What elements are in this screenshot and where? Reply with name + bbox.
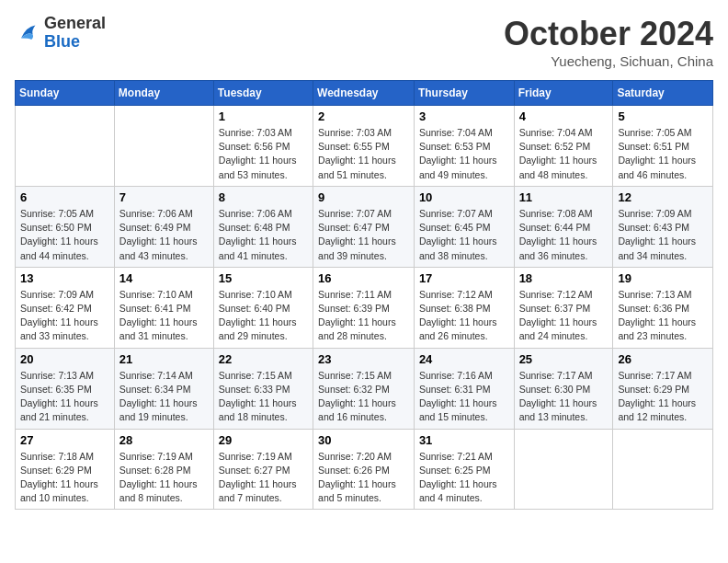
day-info: Sunrise: 7:11 AMSunset: 6:39 PMDaylight:…: [318, 288, 409, 344]
day-number: 18: [519, 271, 609, 285]
weekday-header: Sunday: [16, 81, 115, 106]
calendar-cell: [16, 106, 115, 187]
logo-blue-text: Blue: [44, 32, 80, 51]
day-number: 10: [419, 190, 509, 204]
calendar-cell: 7Sunrise: 7:06 AMSunset: 6:49 PMDaylight…: [114, 186, 213, 267]
day-info: Sunrise: 7:12 AMSunset: 6:37 PMDaylight:…: [519, 288, 609, 344]
day-info: Sunrise: 7:15 AMSunset: 6:33 PMDaylight:…: [219, 369, 308, 425]
calendar-cell: 8Sunrise: 7:06 AMSunset: 6:48 PMDaylight…: [213, 186, 313, 267]
day-number: 31: [419, 433, 509, 447]
weekday-header: Wednesday: [313, 81, 415, 106]
calendar-cell: 3Sunrise: 7:04 AMSunset: 6:53 PMDaylight…: [414, 106, 514, 187]
day-number: 27: [20, 433, 109, 447]
day-info: Sunrise: 7:19 AMSunset: 6:28 PMDaylight:…: [119, 450, 209, 506]
calendar-cell: 1Sunrise: 7:03 AMSunset: 6:56 PMDaylight…: [213, 106, 313, 187]
logo: General Blue: [15, 15, 106, 52]
calendar-cell: 11Sunrise: 7:08 AMSunset: 6:44 PMDayligh…: [514, 186, 613, 267]
calendar-cell: 12Sunrise: 7:09 AMSunset: 6:43 PMDayligh…: [613, 186, 713, 267]
day-info: Sunrise: 7:15 AMSunset: 6:32 PMDaylight:…: [318, 369, 409, 425]
calendar-week-row: 27Sunrise: 7:18 AMSunset: 6:29 PMDayligh…: [16, 429, 713, 510]
logo-general-text: General: [44, 14, 106, 32]
day-info: Sunrise: 7:09 AMSunset: 6:43 PMDaylight:…: [618, 207, 708, 263]
day-info: Sunrise: 7:21 AMSunset: 6:25 PMDaylight:…: [419, 450, 509, 506]
calendar-cell: 16Sunrise: 7:11 AMSunset: 6:39 PMDayligh…: [313, 267, 415, 348]
title-block: October 2024 Yuecheng, Sichuan, China: [504, 15, 713, 69]
calendar-cell: 5Sunrise: 7:05 AMSunset: 6:51 PMDaylight…: [613, 106, 713, 187]
day-info: Sunrise: 7:05 AMSunset: 6:51 PMDaylight:…: [618, 126, 708, 182]
location-text: Yuecheng, Sichuan, China: [504, 53, 713, 69]
calendar-cell: [613, 429, 713, 510]
day-number: 11: [519, 190, 609, 204]
day-info: Sunrise: 7:18 AMSunset: 6:29 PMDaylight:…: [20, 450, 109, 506]
day-number: 29: [219, 433, 308, 447]
calendar-cell: 28Sunrise: 7:19 AMSunset: 6:28 PMDayligh…: [114, 429, 213, 510]
day-info: Sunrise: 7:03 AMSunset: 6:56 PMDaylight:…: [219, 126, 308, 182]
calendar-cell: 31Sunrise: 7:21 AMSunset: 6:25 PMDayligh…: [414, 429, 514, 510]
calendar-cell: 20Sunrise: 7:13 AMSunset: 6:35 PMDayligh…: [16, 348, 115, 429]
day-number: 12: [618, 190, 708, 204]
calendar-cell: [514, 429, 613, 510]
day-number: 23: [318, 352, 409, 366]
calendar-cell: 26Sunrise: 7:17 AMSunset: 6:29 PMDayligh…: [613, 348, 713, 429]
day-info: Sunrise: 7:07 AMSunset: 6:47 PMDaylight:…: [318, 207, 409, 263]
calendar-header-row: SundayMondayTuesdayWednesdayThursdayFrid…: [16, 81, 713, 106]
weekday-header: Friday: [514, 81, 613, 106]
day-number: 1: [219, 109, 308, 123]
calendar-week-row: 20Sunrise: 7:13 AMSunset: 6:35 PMDayligh…: [16, 348, 713, 429]
calendar-cell: 14Sunrise: 7:10 AMSunset: 6:41 PMDayligh…: [114, 267, 213, 348]
month-title: October 2024: [504, 15, 713, 53]
day-number: 9: [318, 190, 409, 204]
day-number: 16: [318, 271, 409, 285]
day-info: Sunrise: 7:13 AMSunset: 6:36 PMDaylight:…: [618, 288, 708, 344]
calendar-cell: 22Sunrise: 7:15 AMSunset: 6:33 PMDayligh…: [213, 348, 313, 429]
calendar-cell: 15Sunrise: 7:10 AMSunset: 6:40 PMDayligh…: [213, 267, 313, 348]
day-number: 7: [119, 190, 209, 204]
calendar-cell: 30Sunrise: 7:20 AMSunset: 6:26 PMDayligh…: [313, 429, 415, 510]
day-number: 19: [618, 271, 708, 285]
day-info: Sunrise: 7:08 AMSunset: 6:44 PMDaylight:…: [519, 207, 609, 263]
day-info: Sunrise: 7:07 AMSunset: 6:45 PMDaylight:…: [419, 207, 509, 263]
day-number: 26: [618, 352, 708, 366]
day-info: Sunrise: 7:17 AMSunset: 6:29 PMDaylight:…: [618, 369, 708, 425]
weekday-header: Monday: [114, 81, 213, 106]
calendar-cell: 23Sunrise: 7:15 AMSunset: 6:32 PMDayligh…: [313, 348, 415, 429]
day-info: Sunrise: 7:06 AMSunset: 6:48 PMDaylight:…: [219, 207, 308, 263]
day-number: 17: [419, 271, 509, 285]
day-info: Sunrise: 7:06 AMSunset: 6:49 PMDaylight:…: [119, 207, 209, 263]
calendar-cell: 27Sunrise: 7:18 AMSunset: 6:29 PMDayligh…: [16, 429, 115, 510]
day-info: Sunrise: 7:09 AMSunset: 6:42 PMDaylight:…: [20, 288, 109, 344]
day-number: 5: [618, 109, 708, 123]
day-number: 13: [20, 271, 109, 285]
day-number: 24: [419, 352, 509, 366]
day-number: 14: [119, 271, 209, 285]
calendar-week-row: 6Sunrise: 7:05 AMSunset: 6:50 PMDaylight…: [16, 186, 713, 267]
calendar-cell: 29Sunrise: 7:19 AMSunset: 6:27 PMDayligh…: [213, 429, 313, 510]
calendar-cell: 19Sunrise: 7:13 AMSunset: 6:36 PMDayligh…: [613, 267, 713, 348]
day-info: Sunrise: 7:14 AMSunset: 6:34 PMDaylight:…: [119, 369, 209, 425]
calendar-cell: 13Sunrise: 7:09 AMSunset: 6:42 PMDayligh…: [16, 267, 115, 348]
calendar-table: SundayMondayTuesdayWednesdayThursdayFrid…: [15, 80, 713, 510]
calendar-cell: 2Sunrise: 7:03 AMSunset: 6:55 PMDaylight…: [313, 106, 415, 187]
calendar-cell: 24Sunrise: 7:16 AMSunset: 6:31 PMDayligh…: [414, 348, 514, 429]
day-number: 4: [519, 109, 609, 123]
day-number: 22: [219, 352, 308, 366]
day-number: 6: [20, 190, 109, 204]
page-header: General Blue October 2024 Yuecheng, Sich…: [15, 15, 713, 69]
day-info: Sunrise: 7:13 AMSunset: 6:35 PMDaylight:…: [20, 369, 109, 425]
calendar-week-row: 13Sunrise: 7:09 AMSunset: 6:42 PMDayligh…: [16, 267, 713, 348]
day-info: Sunrise: 7:20 AMSunset: 6:26 PMDaylight:…: [318, 450, 409, 506]
calendar-week-row: 1Sunrise: 7:03 AMSunset: 6:56 PMDaylight…: [16, 106, 713, 187]
calendar-cell: 9Sunrise: 7:07 AMSunset: 6:47 PMDaylight…: [313, 186, 415, 267]
day-number: 30: [318, 433, 409, 447]
calendar-cell: [114, 106, 213, 187]
calendar-cell: 4Sunrise: 7:04 AMSunset: 6:52 PMDaylight…: [514, 106, 613, 187]
day-info: Sunrise: 7:03 AMSunset: 6:55 PMDaylight:…: [318, 126, 409, 182]
calendar-cell: 25Sunrise: 7:17 AMSunset: 6:30 PMDayligh…: [514, 348, 613, 429]
calendar-cell: 6Sunrise: 7:05 AMSunset: 6:50 PMDaylight…: [16, 186, 115, 267]
day-number: 20: [20, 352, 109, 366]
calendar-cell: 10Sunrise: 7:07 AMSunset: 6:45 PMDayligh…: [414, 186, 514, 267]
day-number: 25: [519, 352, 609, 366]
calendar-cell: 18Sunrise: 7:12 AMSunset: 6:37 PMDayligh…: [514, 267, 613, 348]
weekday-header: Thursday: [414, 81, 514, 106]
day-info: Sunrise: 7:10 AMSunset: 6:40 PMDaylight:…: [219, 288, 308, 344]
